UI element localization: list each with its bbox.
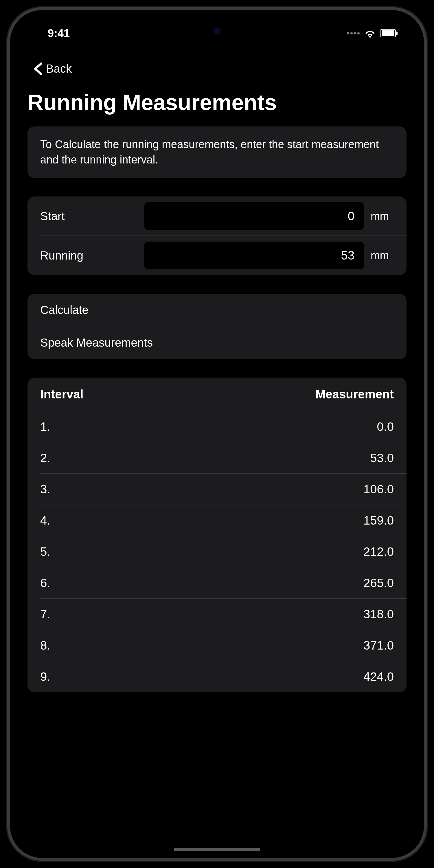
home-indicator[interactable] xyxy=(174,848,260,851)
status-time: 9:41 xyxy=(48,27,70,40)
table-body: 1.0.02.53.03.106.04.159.05.212.06.265.07… xyxy=(28,411,406,692)
calculate-button[interactable]: Calculate xyxy=(28,294,406,327)
wifi-icon xyxy=(364,29,376,38)
start-unit: mm xyxy=(371,210,394,222)
chevron-back-icon xyxy=(33,62,42,75)
table-row: 9.424.0 xyxy=(28,661,406,692)
cellular-icon xyxy=(347,32,360,34)
power-button xyxy=(425,247,427,329)
measurement-cell: 106.0 xyxy=(363,482,394,496)
table-row: 6.265.0 xyxy=(28,567,406,599)
interval-cell: 7. xyxy=(40,607,50,621)
back-label: Back xyxy=(46,62,72,75)
interval-cell: 6. xyxy=(40,576,50,590)
phone-frame: 9:41 xyxy=(7,7,427,861)
interval-cell: 8. xyxy=(40,639,50,652)
battery-icon xyxy=(380,29,398,37)
front-camera xyxy=(214,28,220,34)
actions-card: Calculate Speak Measurements xyxy=(28,294,406,359)
inputs-card: Start mm Running mm xyxy=(28,196,406,275)
measurement-cell: 0.0 xyxy=(377,420,394,434)
speak-measurements-button[interactable]: Speak Measurements xyxy=(28,327,406,359)
running-label: Running xyxy=(40,249,144,262)
start-input-row: Start mm xyxy=(28,196,406,236)
table-row: 2.53.0 xyxy=(28,442,406,474)
interval-cell: 2. xyxy=(40,451,50,465)
svg-rect-2 xyxy=(396,32,398,35)
measurement-cell: 318.0 xyxy=(363,607,394,621)
interval-cell: 3. xyxy=(40,482,50,496)
interval-cell: 1. xyxy=(40,420,50,434)
status-icons xyxy=(347,29,398,38)
silence-switch xyxy=(7,178,9,207)
header-interval: Interval xyxy=(40,388,83,401)
content-area: Back Running Measurements To Calculate t… xyxy=(10,51,424,858)
table-row: 3.106.0 xyxy=(28,474,406,505)
measurement-cell: 265.0 xyxy=(363,576,394,590)
table-row: 5.212.0 xyxy=(28,536,406,567)
page-title: Running Measurements xyxy=(28,84,406,126)
measurement-cell: 53.0 xyxy=(370,451,394,465)
running-unit: mm xyxy=(371,249,394,262)
measurement-cell: 212.0 xyxy=(363,545,394,559)
running-input-row: Running mm xyxy=(28,236,406,275)
table-row: 1.0.0 xyxy=(28,411,406,442)
measurement-cell: 424.0 xyxy=(363,670,394,684)
table-row: 7.318.0 xyxy=(28,599,406,630)
back-button[interactable]: Back xyxy=(28,51,406,84)
start-input[interactable] xyxy=(144,202,364,230)
calculate-label: Calculate xyxy=(40,304,89,316)
interval-cell: 9. xyxy=(40,670,50,684)
table-header-row: Interval Measurement xyxy=(28,378,406,411)
start-label: Start xyxy=(40,210,144,223)
info-text: To Calculate the running measurements, e… xyxy=(28,126,406,178)
header-measurement: Measurement xyxy=(315,388,394,401)
info-card: To Calculate the running measurements, e… xyxy=(28,126,406,178)
interval-cell: 5. xyxy=(40,545,50,559)
running-input[interactable] xyxy=(144,242,364,269)
results-card: Interval Measurement 1.0.02.53.03.106.04… xyxy=(28,378,406,692)
svg-rect-1 xyxy=(382,30,394,36)
measurement-cell: 159.0 xyxy=(363,514,394,527)
measurement-cell: 371.0 xyxy=(363,639,394,652)
table-row: 8.371.0 xyxy=(28,630,406,661)
volume-up-button xyxy=(7,230,9,282)
speak-label: Speak Measurements xyxy=(40,336,153,349)
volume-down-button xyxy=(7,300,9,351)
screen: 9:41 xyxy=(10,10,424,858)
interval-cell: 4. xyxy=(40,514,50,527)
table-row: 4.159.0 xyxy=(28,505,406,536)
